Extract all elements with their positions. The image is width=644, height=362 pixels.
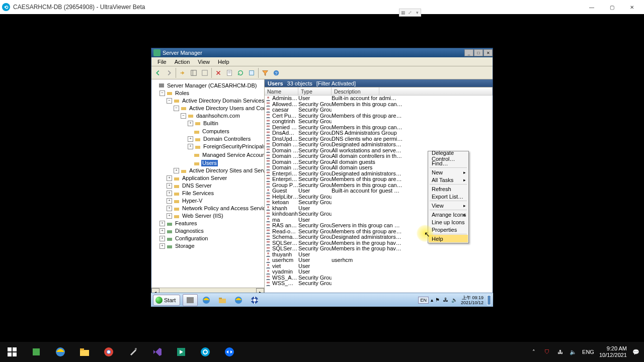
ctx-properties[interactable]: Properties xyxy=(429,226,468,233)
tree-root[interactable]: Server Manager (CAESARHCM-DB) xyxy=(166,82,258,89)
tree-hyperv[interactable]: Hyper-V xyxy=(181,198,203,204)
tree-diagnostics[interactable]: Diagnostics xyxy=(174,228,205,234)
remote-start-button[interactable]: Start xyxy=(153,295,180,306)
tree-features[interactable]: Features xyxy=(174,220,198,227)
tree-roles[interactable]: Roles xyxy=(174,90,190,97)
local-lang[interactable]: ENG xyxy=(582,349,594,355)
menu-action[interactable]: Action xyxy=(171,59,194,65)
taskbar-teamviewer[interactable] xyxy=(217,342,242,362)
taskbar-chrome[interactable] xyxy=(97,342,121,362)
tree-builtin[interactable]: Builtin xyxy=(202,120,219,127)
tree-toggle[interactable]: + xyxy=(159,243,165,249)
tree-toggle[interactable]: + xyxy=(167,198,172,204)
list-item[interactable]: DnsUpdatePr…Security Group …DNS clients … xyxy=(265,136,493,142)
tree-toggle[interactable]: + xyxy=(159,221,165,226)
tree-toggle[interactable]: + xyxy=(188,136,193,142)
tray-showdesktop[interactable] xyxy=(487,295,491,305)
tree-toggle[interactable]: + xyxy=(167,183,172,189)
tree-toggle[interactable]: + xyxy=(167,175,172,181)
taskbar-ie[interactable] xyxy=(199,294,214,306)
tree-adss[interactable]: Active Directory Sites and Services xyxy=(188,167,265,174)
delete-button[interactable] xyxy=(213,67,224,78)
ctx-delegate[interactable]: Delegate Control… xyxy=(429,152,468,159)
sm-maximize-button[interactable]: □ xyxy=(474,49,483,56)
tray-flag-icon[interactable]: ⚑ xyxy=(435,297,441,303)
tree-toggle[interactable]: + xyxy=(159,228,165,234)
tree-toggle[interactable]: − xyxy=(159,90,165,96)
tree-toggle[interactable]: + xyxy=(159,236,165,241)
sm-minimize-button[interactable]: _ xyxy=(464,49,473,56)
taskbar-file-explorer[interactable] xyxy=(72,342,97,362)
taskbar-tool[interactable] xyxy=(121,342,145,362)
tree-toggle[interactable]: + xyxy=(167,206,172,211)
properties-button[interactable] xyxy=(224,67,235,78)
tree-dc[interactable]: Domain Controllers xyxy=(202,136,252,142)
local-start-button[interactable] xyxy=(0,342,24,362)
nav-forward-button[interactable] xyxy=(164,67,175,78)
tray-network-icon[interactable]: 🖧 xyxy=(556,348,564,356)
list-item[interactable]: caesarSecurity Group … xyxy=(265,107,493,113)
taskbar-ultraviewer[interactable] xyxy=(193,342,217,362)
taskbar-app[interactable] xyxy=(247,294,262,306)
tree-adds[interactable]: Active Directory Domain Services xyxy=(181,98,265,104)
taskbar-vs[interactable] xyxy=(145,342,169,362)
list-item[interactable]: congtrinhSecurity Group … xyxy=(265,119,493,125)
tree-toggle[interactable]: − xyxy=(167,98,172,104)
tree-fsp[interactable]: ForeignSecurityPrincipals xyxy=(202,143,265,150)
tray-sound-icon[interactable]: 🔈 xyxy=(451,297,457,303)
ctx-arrange[interactable]: Arrange Icons xyxy=(429,211,468,218)
remote-toolbar[interactable]: ▦ ⤢ ▾ xyxy=(399,9,421,17)
remote-lang[interactable]: EN xyxy=(418,297,429,304)
list-item[interactable]: DnsAdminsSecurity Group …DNS Administrat… xyxy=(265,130,493,136)
tree-toggle[interactable]: + xyxy=(174,168,179,173)
ctx-view[interactable]: View xyxy=(429,202,468,209)
menu-file[interactable]: File xyxy=(153,59,171,65)
list-item[interactable]: Denied ROD…Security Group …Members in th… xyxy=(265,125,493,131)
nav-back-button[interactable] xyxy=(152,67,164,78)
ctx-lineup[interactable]: Line up Icons xyxy=(429,218,468,226)
tree-users[interactable]: Users xyxy=(201,160,218,166)
tree-dns[interactable]: DNS Server xyxy=(181,183,213,189)
taskbar-servermanager[interactable] xyxy=(183,294,198,306)
tree-iis[interactable]: Web Server (IIS) xyxy=(181,213,224,219)
remote-clock[interactable]: 上午 09:19 2021/10/12 xyxy=(459,295,485,305)
col-type[interactable]: Type xyxy=(298,87,332,95)
list-item[interactable]: AdministratorUserBuilt-in account for ad… xyxy=(265,96,493,102)
dropdown-icon[interactable]: ▾ xyxy=(414,9,421,16)
list-item[interactable]: SQLServerM…Security Group …Members in th… xyxy=(265,246,493,252)
col-name[interactable]: Name xyxy=(265,87,298,95)
tray-chevron-up-icon[interactable]: ˄ xyxy=(530,348,538,356)
tree-toggle[interactable]: + xyxy=(167,213,172,219)
tree-fileservices[interactable]: File Services xyxy=(181,190,215,197)
tray-up-icon[interactable]: ▴ xyxy=(431,297,433,303)
local-clock[interactable]: 9:20 AM 10/12/2021 xyxy=(599,345,627,358)
refresh-button[interactable] xyxy=(235,67,246,78)
tree-toggle[interactable]: − xyxy=(174,106,179,111)
tree-aduc[interactable]: Active Directory Users and Computers [ C… xyxy=(188,105,265,112)
tree-configuration[interactable]: Configuration xyxy=(174,235,209,242)
help-button[interactable]: ? xyxy=(271,67,282,78)
list-item[interactable]: Cert PublishersSecurity Group …Members o… xyxy=(265,113,493,119)
tree-domain[interactable]: daanhsohcm.com xyxy=(195,113,241,119)
ctx-export[interactable]: Export List… xyxy=(429,193,468,200)
tree-pane[interactable]: Server Manager (CAESARHCM-DB) −Roles −Ac… xyxy=(151,79,265,296)
tree-toggle[interactable]: + xyxy=(167,191,172,196)
list-item[interactable]: vietUser xyxy=(265,263,493,269)
tree-appserver[interactable]: Application Server xyxy=(181,175,228,182)
cut-button[interactable] xyxy=(199,67,210,78)
tray-shield-icon[interactable]: ⛉ xyxy=(543,348,551,356)
list-item[interactable]: Allowed ROD…Security Group …Members in t… xyxy=(265,102,493,108)
menu-help[interactable]: Help xyxy=(214,59,233,65)
list-item[interactable]: WSS_WPGSecurity Group … xyxy=(265,281,493,287)
list-item[interactable]: userhcmUseruserhcm xyxy=(265,257,493,263)
tree-toggle[interactable]: − xyxy=(181,113,186,119)
filter-button[interactable] xyxy=(260,67,271,78)
grid-icon[interactable]: ▦ xyxy=(399,9,407,16)
tree-toggle[interactable]: + xyxy=(188,144,193,149)
list-item[interactable]: thuyanhUser xyxy=(265,252,493,258)
taskbar-people[interactable] xyxy=(24,342,48,362)
ctx-refresh[interactable]: Refresh xyxy=(429,185,468,193)
sm-close-button[interactable]: ✕ xyxy=(484,49,493,56)
ctx-new[interactable]: New xyxy=(429,168,468,176)
sm-titlebar[interactable]: Server Manager _ □ ✕ xyxy=(151,48,493,57)
